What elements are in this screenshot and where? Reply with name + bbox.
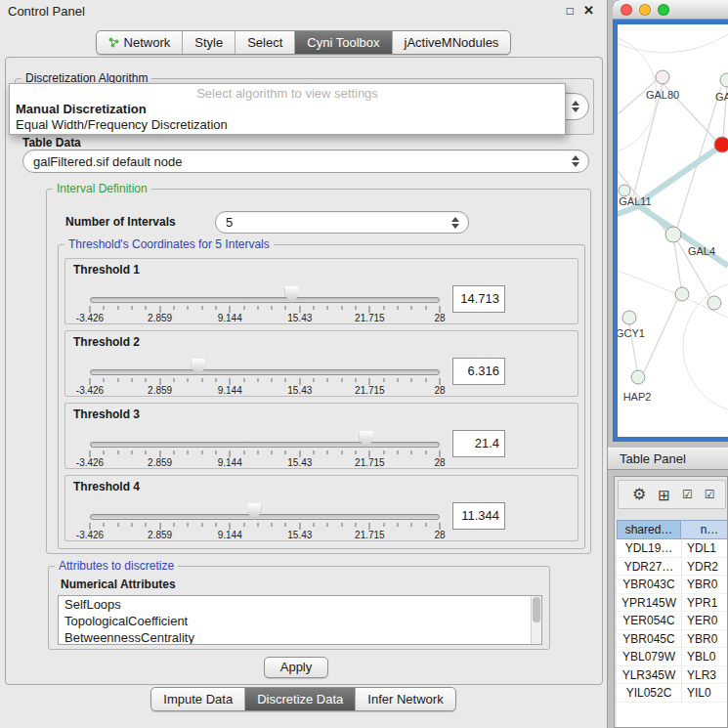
tab-impute-data[interactable]: Impute Data <box>151 688 244 710</box>
table-row[interactable]: YDL19…YDL1 <box>617 539 728 558</box>
tick-mark <box>257 378 258 382</box>
scale-label: 21.715 <box>355 530 385 540</box>
tick-mark <box>257 306 258 310</box>
column-header-n[interactable]: n… <box>680 520 728 539</box>
threshold-slider[interactable]: -3.4262.8599.14415.4321.71528 <box>90 259 440 323</box>
threshold-value-field[interactable]: 11.344 <box>452 502 505 530</box>
table-row[interactable]: YBL079WYBL0 <box>617 648 728 666</box>
slider-scale: -3.4262.8599.14415.4321.71528 <box>90 530 440 540</box>
threshold-slider[interactable]: -3.4262.8599.14415.4321.71528 <box>90 476 440 540</box>
network-node-label: GCY1 <box>618 327 645 339</box>
bottom-tab-bar: Impute DataDiscretize DataInfer Network <box>0 687 607 711</box>
tab-network[interactable]: Network <box>97 31 183 54</box>
minimize-traffic-light[interactable] <box>639 4 651 16</box>
close-icon[interactable]: ✕ <box>583 3 594 18</box>
float-icon[interactable]: □ <box>567 4 574 18</box>
tick-mark <box>285 378 286 382</box>
tick-mark <box>257 523 258 527</box>
algorithm-option-equal-width-frequency-discretization[interactable]: Equal Width/Frequency Discretization <box>10 117 565 133</box>
algorithm-dropdown-popup: Select algorithm to view settings Manual… <box>9 83 566 135</box>
tab-discretize-data[interactable]: Discretize Data <box>244 688 355 710</box>
table-row[interactable]: YER054CYER0 <box>617 612 728 630</box>
tick-mark <box>425 450 426 454</box>
table-cell: YLR3 <box>681 666 728 684</box>
table-row[interactable]: YIL052CYIL0 <box>617 684 728 703</box>
table-cell: YIL052C <box>617 684 681 702</box>
network-node-label: GA <box>715 91 728 103</box>
attribute-item[interactable]: SelfLoops <box>59 596 541 613</box>
tick-mark <box>411 523 412 527</box>
attribute-item[interactable]: TopologicalCoefficient <box>59 613 541 629</box>
scrollbar-thumb[interactable] <box>533 597 540 622</box>
cyni-toolbox-panel: Discretization Algorithm Select algorith… <box>5 57 603 685</box>
table-data-select[interactable]: galFiltered.sif default node <box>22 150 589 173</box>
column-header-shared[interactable]: shared… <box>617 520 681 539</box>
threshold-value-field[interactable]: 6.316 <box>452 358 505 385</box>
table-row[interactable]: YPR145WYPR1 <box>617 594 728 613</box>
table-rows: YDL19…YDL1YDR27…YDR2YBR043CYBR0YPR145WYP… <box>617 539 728 727</box>
threshold-slider[interactable]: -3.4262.8599.14415.4321.71528 <box>90 331 440 396</box>
tick-mark <box>173 378 174 382</box>
scale-label: -3.426 <box>76 385 104 396</box>
tab-cyni-toolbox[interactable]: Cyni Toolbox <box>294 31 391 54</box>
tab-jactivemnodules[interactable]: jActiveMNodules <box>392 31 511 54</box>
table-toolbar: ⚙⊞☑☑ <box>618 480 726 509</box>
threshold-3-group: Threshold 3-3.4262.8599.14415.4321.71528… <box>64 403 578 469</box>
scale-label: 2.859 <box>148 313 172 323</box>
tick-mark <box>327 306 328 310</box>
checkbox-icon-2[interactable]: ☑ <box>705 489 715 500</box>
number-of-intervals-select[interactable]: 5 <box>215 211 469 234</box>
table-row[interactable]: YDR27…YDR2 <box>617 558 728 577</box>
algorithm-option-list: Manual DiscretizationEqual Width/Frequen… <box>10 102 565 133</box>
checkbox-icon[interactable]: ☑ <box>682 489 693 500</box>
scale-label: 9.144 <box>218 457 242 468</box>
columns-icon[interactable]: ⊞ <box>658 488 670 502</box>
tick-mark <box>299 523 300 530</box>
threshold-value-field[interactable]: 14.713 <box>452 285 505 313</box>
zoom-traffic-light[interactable] <box>658 4 669 16</box>
number-of-intervals-value: 5 <box>216 215 449 230</box>
tick-mark <box>369 378 370 385</box>
threshold-value-field[interactable]: 21.4 <box>452 430 505 457</box>
numerical-attributes-label: Numerical Attributes <box>61 578 176 591</box>
table-cell: YBL0 <box>681 648 728 665</box>
tab-style[interactable]: Style <box>182 31 235 54</box>
tick-mark <box>440 523 441 530</box>
algorithm-option-manual-discretization[interactable]: Manual Discretization <box>10 102 565 117</box>
tick-mark <box>285 306 286 310</box>
network-node <box>622 311 636 324</box>
scale-label: -3.426 <box>76 457 104 468</box>
tick-mark <box>356 306 357 310</box>
close-traffic-light[interactable] <box>621 4 632 16</box>
tab-infer-network[interactable]: Infer Network <box>355 688 454 710</box>
gear-icon[interactable]: ⚙ <box>632 487 646 502</box>
tick-mark <box>201 378 202 382</box>
tick-mark <box>230 450 231 457</box>
table-row[interactable]: YBR043CYBR0 <box>617 576 728 594</box>
apply-button[interactable]: Apply <box>264 657 328 678</box>
tab-label: jActiveMNodules <box>405 35 499 50</box>
slider-scale: -3.4262.8599.14415.4321.71528 <box>90 457 440 468</box>
attribute-items: SelfLoopsTopologicalCoefficientBetweenne… <box>59 596 541 645</box>
top-tab-bar: NetworkStyleSelectCyni ToolboxjActiveMNo… <box>0 30 607 55</box>
scale-label: 15.43 <box>287 385 312 396</box>
threshold-slider[interactable]: -3.4262.8599.14415.4321.71528 <box>90 404 440 468</box>
numerical-attributes-list[interactable]: SelfLoopsTopologicalCoefficientBetweenne… <box>58 595 542 645</box>
tick-mark <box>398 450 399 454</box>
table-row[interactable]: YLR345WYLR3 <box>617 666 728 685</box>
scrollbar[interactable] <box>531 596 541 644</box>
tick-mark <box>440 378 441 385</box>
table-row[interactable]: YBR045CYBR0 <box>617 630 728 649</box>
tick-mark <box>285 450 286 454</box>
network-node <box>656 70 669 84</box>
tick-mark <box>314 306 315 310</box>
tab-select[interactable]: Select <box>235 31 294 54</box>
table-cell: YBR0 <box>681 630 728 648</box>
table-cell: YBL079W <box>617 648 681 665</box>
attribute-item[interactable]: BetweennessCentrality <box>59 629 541 645</box>
slider-track <box>90 369 440 375</box>
scale-label: 15.43 <box>287 457 312 468</box>
network-canvas[interactable]: GAL80GAGAL11GAL4GCY1HAP2 <box>618 24 728 437</box>
scale-label: 9.144 <box>218 530 242 540</box>
tick-mark <box>356 450 357 454</box>
